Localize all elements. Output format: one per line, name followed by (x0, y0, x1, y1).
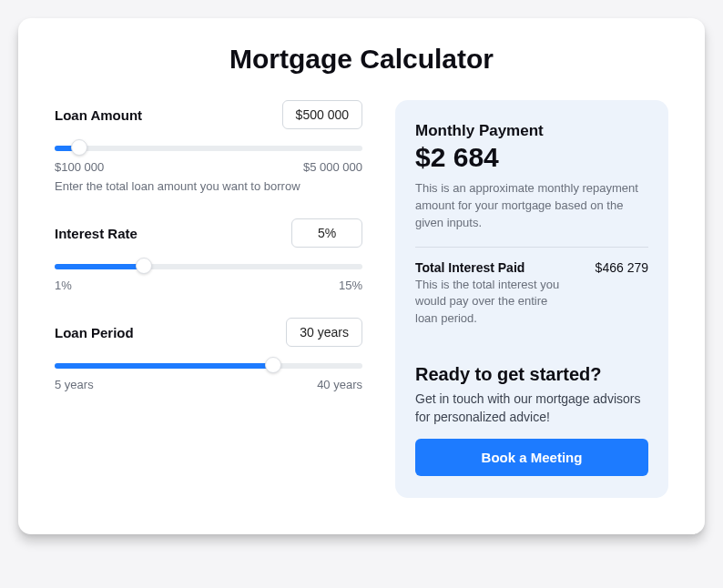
slider-track (55, 146, 362, 151)
loan-amount-header: Loan Amount $500 000 (55, 100, 362, 129)
slider-thumb[interactable] (136, 258, 152, 274)
monthly-payment-desc: This is an approximate monthly repayment… (415, 180, 648, 232)
slider-fill (55, 264, 144, 269)
interest-rate-field: Interest Rate 5% 1% 15% (55, 218, 362, 292)
loan-period-label: Loan Period (55, 325, 134, 340)
page-title: Mortgage Calculator (55, 44, 668, 75)
monthly-payment-label: Monthly Payment (415, 122, 648, 140)
loan-amount-min: $100 000 (55, 160, 104, 174)
loan-amount-helper: Enter the total loan amount you want to … (55, 179, 362, 193)
slider-thumb[interactable] (71, 139, 87, 156)
cta-subtext: Get in touch with our mortgage advisors … (415, 390, 648, 426)
loan-period-range: 5 years 40 years (55, 378, 362, 391)
inputs-panel: Loan Amount $500 000 $100 000 $5 000 000… (55, 100, 362, 417)
results-panel: Monthly Payment $2 684 This is an approx… (395, 100, 668, 498)
interest-rate-range: 1% 15% (55, 279, 362, 292)
interest-rate-label: Interest Rate (55, 226, 137, 241)
book-meeting-button[interactable]: Book a Meeting (415, 439, 648, 476)
loan-period-min: 5 years (55, 378, 94, 391)
loan-period-header: Loan Period 30 years (55, 318, 362, 347)
loan-period-max: 40 years (317, 378, 362, 391)
total-interest-row: Total Interest Paid This is the total in… (415, 260, 648, 329)
total-interest-value: $466 279 (596, 260, 648, 329)
loan-amount-max: $5 000 000 (303, 160, 362, 174)
loan-period-field: Loan Period 30 years 5 years 40 years (55, 318, 362, 391)
interest-rate-slider[interactable] (55, 257, 362, 275)
slider-fill (55, 363, 273, 369)
total-interest-label: Total Interest Paid (415, 260, 570, 275)
interest-rate-header: Interest Rate 5% (55, 218, 362, 248)
total-interest-left: Total Interest Paid This is the total in… (415, 260, 570, 329)
columns: Loan Amount $500 000 $100 000 $5 000 000… (55, 100, 668, 498)
loan-period-input[interactable]: 30 years (286, 318, 362, 347)
slider-thumb[interactable] (265, 357, 281, 373)
calculator-card: Mortgage Calculator Loan Amount $500 000… (18, 18, 705, 534)
loan-amount-range: $100 000 $5 000 000 (55, 160, 362, 174)
interest-rate-min: 1% (55, 279, 72, 292)
total-interest-desc: This is the total interest you would pay… (415, 277, 570, 329)
loan-period-slider[interactable] (55, 356, 362, 374)
loan-amount-slider[interactable] (55, 138, 362, 157)
monthly-payment-value: $2 684 (415, 142, 648, 173)
interest-rate-max: 15% (339, 279, 362, 292)
cta-heading: Ready to get started? (415, 364, 648, 385)
loan-amount-input[interactable]: $500 000 (282, 100, 362, 129)
loan-amount-label: Loan Amount (55, 107, 142, 123)
interest-rate-input[interactable]: 5% (291, 218, 362, 248)
divider (415, 247, 648, 248)
loan-amount-field: Loan Amount $500 000 $100 000 $5 000 000… (55, 100, 362, 193)
